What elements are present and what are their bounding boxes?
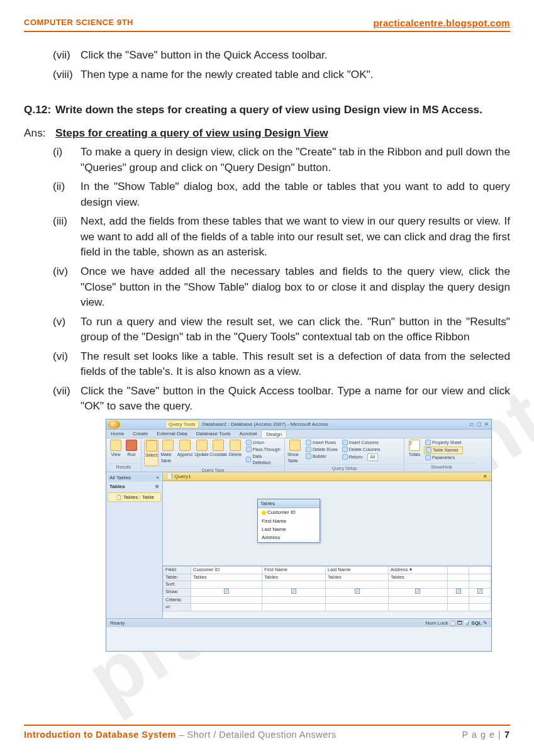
step-number: (vii)	[53, 383, 81, 414]
insert-cols-button[interactable]: Insert Columns	[341, 440, 382, 446]
step-number: (vii)	[53, 47, 81, 63]
page-label: P a g e |	[462, 730, 504, 740]
tab-home[interactable]: Home	[106, 430, 128, 438]
datadef-button[interactable]: Data Definition	[245, 453, 282, 466]
table-names-button[interactable]: Table Names	[424, 447, 463, 454]
grid-cell[interactable]: First Name	[262, 566, 326, 574]
show-checkbox[interactable]	[355, 589, 360, 594]
parameters-button[interactable]: Parameters	[424, 455, 463, 461]
ribbon: View Run Results Select Make Table Appen…	[106, 438, 491, 472]
tab-design[interactable]: Design	[261, 430, 287, 438]
property-sheet-button[interactable]: Property Sheet	[424, 440, 463, 446]
table-row[interactable]: Address	[258, 533, 320, 542]
tab-database-tools[interactable]: Database Tools	[192, 430, 235, 438]
run-button[interactable]: Run	[125, 440, 138, 458]
step-text: The result set looks like a table. This …	[81, 348, 510, 379]
table-row[interactable]: Customer ID	[258, 508, 320, 516]
delete-rows-button[interactable]: Delete Rows	[304, 447, 339, 453]
step-iv: (iv)Once we have added all the necessary…	[24, 264, 510, 310]
delete-rows-icon	[306, 447, 311, 452]
grid-cell[interactable]: Address ▾	[389, 566, 448, 574]
table-row[interactable]: First Name	[258, 517, 320, 525]
footer-chapter: Introduction to Database System	[24, 730, 176, 740]
design-canvas[interactable]: Tables Customer ID First Name Last Name …	[163, 481, 491, 565]
prev-step-vii: (vii) Click the "Save" button in the Qui…	[24, 47, 510, 63]
nav-header[interactable]: All Tables«	[108, 474, 161, 482]
show-checkbox[interactable]	[291, 589, 296, 594]
page-number: 7	[504, 730, 510, 740]
window-title: Database2 : Database (Access 2007) - Mic…	[203, 421, 328, 428]
step-iii: (iii)Next, add the fields from these tab…	[24, 213, 510, 260]
grid-cell[interactable]: Tables	[326, 574, 389, 581]
delete-button[interactable]: Delete	[228, 440, 242, 466]
insert-rows-button[interactable]: Insert Rows	[304, 440, 339, 446]
minimize-icon[interactable]: ▭	[469, 421, 474, 428]
close-icon[interactable]: ✕	[484, 421, 489, 428]
make-table-button[interactable]: Make Table	[160, 440, 175, 466]
step-i: (i)To make a query in design view, click…	[24, 144, 510, 175]
select-button[interactable]: Select	[144, 440, 159, 466]
key-icon	[262, 511, 266, 515]
header-right-link[interactable]: practicalcentre.blogspot.com	[373, 18, 510, 28]
grid-cell[interactable]: Customer ID	[191, 566, 262, 574]
design-grid[interactable]: Field: Customer ID First Name Last Name …	[163, 565, 491, 618]
grid-cell[interactable]: Last Name	[326, 566, 389, 574]
view-button[interactable]: View	[109, 440, 123, 458]
answer-row: Ans: Steps for creating a query of view …	[24, 125, 510, 141]
grid-row-label: Table:	[164, 574, 191, 581]
answer-label: Ans:	[24, 125, 55, 141]
delete-cols-button[interactable]: Delete Columns	[341, 447, 382, 453]
passthrough-button[interactable]: Pass-Through	[245, 447, 282, 453]
step-text: Then type a name for the newly created t…	[81, 67, 510, 82]
step-number: (i)	[53, 144, 81, 175]
nav-item-tables-table[interactable]: 📋 Tables : Table	[108, 492, 161, 502]
return-selector[interactable]: Return: All	[341, 453, 382, 461]
navigation-pane[interactable]: All Tables« Tables ☆ 📋 Tables : Table	[106, 472, 163, 618]
dropdown-icon[interactable]: ▾	[409, 567, 412, 572]
grid-cell[interactable]: Tables	[389, 574, 448, 581]
grid-cell[interactable]: Tables	[191, 574, 262, 581]
page-content: (vii) Click the "Save" button in the Qui…	[0, 32, 534, 652]
show-checkbox[interactable]	[477, 589, 482, 594]
builder-button[interactable]: Builder	[304, 453, 339, 460]
status-left: Ready	[110, 620, 125, 626]
grid-cell[interactable]: Tables	[262, 574, 326, 581]
show-checkbox[interactable]	[224, 589, 229, 594]
union-button[interactable]: Union	[245, 440, 282, 446]
group-show-hide: ΣTotals Property Sheet Table Names Param…	[404, 438, 479, 472]
group-label: Results	[109, 463, 138, 470]
table-field-list[interactable]: Tables Customer ID First Name Last Name …	[257, 499, 320, 543]
grid-row-label: Sort:	[164, 581, 191, 589]
answer-heading: Steps for creating a query of view using…	[55, 125, 328, 141]
append-button[interactable]: Append	[177, 440, 192, 466]
step-vii: (vii)Click the "Save" button in the Quic…	[24, 383, 510, 414]
chevron-down-icon[interactable]: «	[157, 474, 159, 481]
crosstab-icon	[213, 440, 224, 451]
group-query-type: Select Make Table Append Update Crosstab…	[142, 438, 285, 472]
update-button[interactable]: Update	[194, 440, 209, 466]
show-checkbox[interactable]	[415, 589, 420, 594]
update-icon	[196, 440, 208, 451]
select-icon	[146, 440, 157, 452]
crosstab-button[interactable]: Crosstab	[211, 440, 226, 466]
show-table-button[interactable]: Show Table	[287, 440, 303, 464]
totals-icon: Σ	[409, 440, 420, 451]
table-row[interactable]: Last Name	[258, 525, 320, 533]
totals-button[interactable]: ΣTotals	[407, 440, 422, 461]
grid-row-label: Field:	[164, 566, 191, 574]
query-tab[interactable]: 📑 Query1✕	[163, 472, 491, 481]
tab-create[interactable]: Create	[128, 430, 152, 438]
question-label: Q.12:	[24, 102, 55, 118]
step-number: (iv)	[53, 264, 81, 310]
office-button-icon[interactable]	[108, 420, 120, 429]
access-screenshot: Query Tools Database2 : Database (Access…	[106, 419, 492, 652]
tab-acrobat[interactable]: Acrobat	[235, 430, 262, 438]
tab-close-icon[interactable]: ✕	[483, 473, 487, 480]
maximize-icon[interactable]: ▢	[477, 421, 482, 428]
step-ii: (ii)In the "Show Table" dialog box, add …	[24, 179, 510, 209]
tab-external-data[interactable]: External Data	[152, 430, 191, 438]
show-checkbox[interactable]	[456, 589, 461, 594]
window-controls[interactable]: ▭▢✕	[469, 421, 489, 428]
run-icon	[126, 440, 137, 451]
app-body: All Tables« Tables ☆ 📋 Tables : Table 📑 …	[106, 472, 491, 618]
